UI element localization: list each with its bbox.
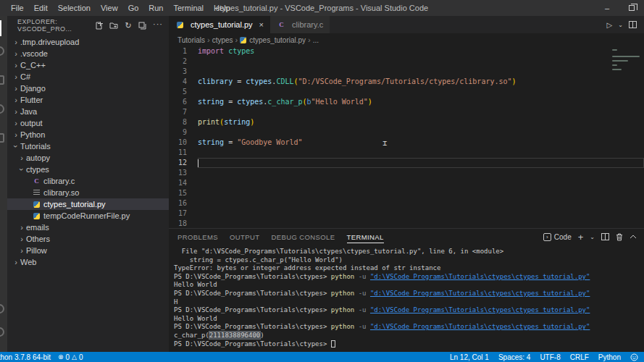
- language-indicator[interactable]: Python: [598, 353, 621, 361]
- panel-tab-debug-console[interactable]: DEBUG CONSOLE: [271, 231, 335, 243]
- tree-item-flutter[interactable]: ›Flutter: [7, 94, 169, 106]
- terminal-shell-picker[interactable]: › Code: [543, 233, 572, 241]
- tree-item-django[interactable]: ›Django: [7, 83, 169, 94]
- panel-tab-output[interactable]: OUTPUT: [230, 231, 259, 243]
- tree-item-python[interactable]: ›Python: [7, 129, 169, 140]
- new-file-icon[interactable]: [95, 22, 103, 30]
- menu-file[interactable]: File: [6, 4, 29, 12]
- run-debug-icon[interactable]: [0, 104, 4, 114]
- tab-ctypes-tutorial-py[interactable]: ctypes_tutorial.py×: [169, 16, 270, 33]
- breadcrumb-item-[interactable]: ...: [313, 36, 319, 44]
- code-line[interactable]: 9: [169, 127, 644, 138]
- terminal-file-link[interactable]: "d:\VSCode_Programs\Tutorials\ctypes\cty…: [370, 323, 590, 330]
- account-icon[interactable]: [0, 304, 4, 313]
- minimize-button[interactable]: –: [595, 0, 619, 16]
- tree-item-java[interactable]: ›Java: [7, 106, 169, 117]
- code-line[interactable]: 8print(string): [169, 117, 644, 127]
- tree-item-tmp-driveupload[interactable]: ›.tmp.driveupload: [7, 36, 169, 48]
- search-icon[interactable]: [0, 46, 4, 56]
- mouse-ibeam-cursor: ⌶: [382, 139, 387, 147]
- terminal-dropdown-chevron-icon[interactable]: ⌄: [590, 234, 595, 240]
- run-python-file-icon[interactable]: ▷: [607, 21, 613, 29]
- feedback-icon[interactable]: [630, 353, 638, 361]
- menu-terminal[interactable]: Terminal: [169, 4, 209, 12]
- panel-tab-problems[interactable]: PROBLEMS: [177, 231, 218, 243]
- breadcrumb-item-tutorials[interactable]: Tutorials: [177, 36, 205, 44]
- panel-tab-terminal[interactable]: TERMINAL: [347, 231, 384, 243]
- tree-item-pillow[interactable]: ›Pillow: [7, 245, 169, 256]
- menu-edit[interactable]: Edit: [29, 4, 53, 12]
- more-actions-icon[interactable]: ···: [153, 20, 163, 28]
- encoding-indicator[interactable]: UTF-8: [540, 353, 560, 361]
- close-tab-icon[interactable]: ×: [259, 20, 264, 29]
- code-line[interactable]: 11: [169, 148, 644, 158]
- maximize-panel-icon[interactable]: [630, 235, 637, 239]
- code-line[interactable]: 14: [169, 178, 644, 188]
- breadcrumb-item-ctypes[interactable]: ctypes: [212, 36, 233, 44]
- tree-item-tempcoderunnerfile-py[interactable]: tempCodeRunnerFile.py: [7, 210, 169, 222]
- split-terminal-icon[interactable]: [601, 233, 609, 240]
- tree-item-ctypes[interactable]: ›ctypes: [7, 164, 169, 175]
- indent-indicator[interactable]: Spaces: 4: [498, 353, 530, 361]
- code-line[interactable]: 18: [169, 219, 644, 228]
- breadcrumb-item-ctypes-tutorial-py[interactable]: ctypes_tutorial.py: [240, 36, 306, 44]
- split-editor-icon[interactable]: [629, 21, 637, 28]
- explorer-sidebar: EXPLORER: VSCODE_PRO... ↻ ··· ›.tmp.driv…: [7, 16, 169, 352]
- menu-view[interactable]: View: [96, 4, 123, 12]
- code-line[interactable]: 10string = "Goodbye World": [169, 138, 644, 148]
- tree-item-autopy[interactable]: ›autopy: [7, 152, 169, 164]
- code-line[interactable]: 15: [169, 188, 644, 198]
- line-number: 6: [169, 97, 198, 107]
- new-terminal-icon[interactable]: +: [578, 232, 584, 243]
- code-line[interactable]: 3: [169, 67, 644, 77]
- tree-item-label: .vscode: [20, 49, 48, 58]
- restore-button[interactable]: [619, 0, 644, 16]
- code-line[interactable]: 1import ctypes: [169, 46, 644, 56]
- problems-indicator[interactable]: ⊗ 0 △ 0: [58, 353, 83, 361]
- line-number: 18: [169, 219, 198, 228]
- extensions-icon[interactable]: [0, 133, 4, 143]
- tree-item-web[interactable]: ›Web: [7, 256, 169, 268]
- tree-item-clibrary-so[interactable]: clibrary.so: [7, 187, 169, 198]
- code-line[interactable]: 12: [169, 158, 644, 168]
- refresh-explorer-icon[interactable]: ↻: [125, 22, 132, 30]
- python-version-indicator[interactable]: Python 3.7.8 64-bit: [0, 353, 51, 361]
- code-line[interactable]: 16: [169, 198, 644, 209]
- new-folder-icon[interactable]: [109, 22, 118, 30]
- tree-item-c-c[interactable]: ›C_C++: [7, 59, 169, 71]
- collapse-folders-icon[interactable]: [138, 22, 146, 30]
- code-line[interactable]: 2: [169, 56, 644, 67]
- kill-terminal-icon[interactable]: [616, 233, 623, 241]
- menu-run[interactable]: Run: [143, 4, 168, 12]
- tree-item-emails[interactable]: ›emails: [7, 222, 169, 233]
- terminal-file-link[interactable]: "d:\VSCode_Programs\Tutorials\ctypes\cty…: [370, 273, 590, 280]
- tree-item-ctypes-tutorial-py[interactable]: ctypes_tutorial.py: [7, 198, 169, 210]
- menu-go[interactable]: Go: [123, 4, 144, 12]
- code-line[interactable]: 6string = ctypes.c_char_p(b"Hello World"…: [169, 97, 644, 107]
- line-col-indicator[interactable]: Ln 12, Col 1: [450, 353, 489, 361]
- terminal-output[interactable]: File "d:\VSCode_Programs\Tutorials\ctype…: [169, 245, 644, 352]
- terminal-file-link[interactable]: "d:\VSCode_Programs\Tutorials\ctypes\cty…: [370, 290, 590, 297]
- tree-item-clibrary-c[interactable]: Cclibrary.c: [7, 175, 169, 187]
- source-control-icon[interactable]: [0, 75, 4, 85]
- tree-item-tutorials[interactable]: ›Tutorials: [7, 140, 169, 152]
- run-dropdown-chevron-icon[interactable]: ⌄: [618, 22, 623, 28]
- minimap[interactable]: [612, 49, 640, 88]
- terminal-file-link[interactable]: "d:\VSCode_Programs\Tutorials\ctypes\cty…: [370, 306, 590, 313]
- eol-indicator[interactable]: CRLF: [570, 353, 589, 361]
- code-line[interactable]: 5: [169, 87, 644, 97]
- code-line[interactable]: 7: [169, 107, 644, 117]
- menu-selection[interactable]: Selection: [53, 4, 96, 12]
- code-line[interactable]: 4clibrary = ctypes.CDLL("D:/VSCode_Progr…: [169, 77, 644, 87]
- code-line[interactable]: 13: [169, 168, 644, 178]
- tree-item-others[interactable]: ›Others: [7, 233, 169, 245]
- tab-clibrary-c[interactable]: Cclibrary.c: [270, 16, 330, 33]
- breadcrumb: Tutorials›ctypes›ctypes_tutorial.py›...: [169, 33, 644, 46]
- settings-gear-icon[interactable]: [0, 327, 4, 337]
- code-line[interactable]: 17: [169, 209, 644, 219]
- tree-item-output[interactable]: ›output: [7, 117, 169, 129]
- tree-item-vscode[interactable]: ›.vscode: [7, 48, 169, 59]
- code-editor[interactable]: 1import ctypes234clibrary = ctypes.CDLL(…: [169, 46, 644, 228]
- tree-item-c[interactable]: ›C#: [7, 71, 169, 83]
- menu-help[interactable]: Help: [209, 4, 235, 12]
